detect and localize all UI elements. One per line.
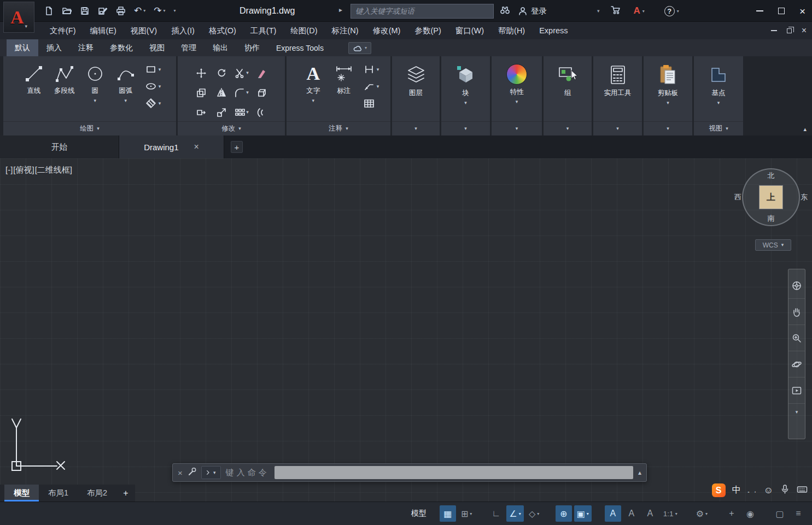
ribbon-tab-collaborate[interactable]: 协作: [236, 39, 268, 56]
panel-draw-expander[interactable]: 绘图 ▾: [3, 121, 176, 135]
tab-layout1[interactable]: 布局1: [39, 485, 78, 502]
menu-tools[interactable]: 工具(T): [243, 22, 284, 39]
menu-express[interactable]: Express: [532, 22, 575, 39]
menu-edit[interactable]: 编辑(E): [83, 22, 124, 39]
viewcube-top-face[interactable]: 上: [759, 185, 783, 209]
redo-dropdown-icon[interactable]: ▾: [163, 8, 166, 13]
ribbon-tab-home[interactable]: 默认: [7, 39, 38, 56]
text-tool[interactable]: A 文字 ▾: [298, 60, 329, 121]
ellipse-dropdown-icon[interactable]: ▾: [159, 84, 161, 89]
isodraft-dropdown-icon[interactable]: ▾: [537, 511, 539, 516]
fillet-tool[interactable]: ▾: [232, 84, 251, 102]
undo-button[interactable]: ↶ ▾: [134, 6, 145, 15]
ribbon-tab-express-tools[interactable]: Express Tools: [268, 39, 332, 56]
snap-dropdown-icon[interactable]: ▾: [470, 511, 472, 516]
pan-button[interactable]: [788, 299, 805, 325]
ime-keyboard-button[interactable]: [797, 484, 808, 497]
rectangle-tool[interactable]: ▾: [145, 64, 161, 75]
base-point-tool[interactable]: 基点 ▾: [703, 60, 734, 121]
isolate-objects-button[interactable]: ◉: [742, 505, 758, 522]
panel-annotate-expander[interactable]: 注释 ▾: [287, 121, 390, 135]
clean-screen-button[interactable]: ▢: [772, 505, 788, 522]
menu-window[interactable]: 窗口(W): [448, 22, 491, 39]
maximize-button[interactable]: [778, 8, 785, 14]
ribbon-tab-annotate[interactable]: 注释: [70, 39, 102, 56]
doc-minimize-button[interactable]: [771, 30, 777, 31]
emoji-button[interactable]: ☺: [764, 485, 773, 496]
panel-groups-expander[interactable]: ▾: [544, 121, 592, 135]
drawing-area[interactable]: [-] [俯视] [二维线框] 北 南 西 东 上 WCS ▾: [0, 158, 812, 502]
command-prompt-button[interactable]: ▾: [201, 466, 221, 479]
menu-file[interactable]: 文件(F): [43, 22, 83, 39]
sign-in-button[interactable]: 登录: [518, 6, 547, 16]
menu-view[interactable]: 视图(V): [124, 22, 164, 39]
viewport-visual-style-control[interactable]: [二维线框]: [35, 165, 72, 175]
rectangle-dropdown-icon[interactable]: ▾: [159, 67, 161, 72]
table-tool[interactable]: [364, 98, 379, 109]
workspace-dropdown-icon[interactable]: ▾: [705, 511, 708, 516]
isodraft-toggle[interactable]: ◇ ▾: [526, 505, 542, 522]
signin-dropdown-icon[interactable]: ▾: [597, 8, 600, 14]
panel-properties-expander[interactable]: ▾: [492, 121, 542, 135]
panel-modify-expander[interactable]: 修改 ▾: [178, 121, 285, 135]
leader-dropdown-icon[interactable]: ▾: [377, 84, 379, 89]
tab-start[interactable]: 开始: [0, 135, 119, 158]
tab-layout2[interactable]: 布局2: [78, 485, 116, 502]
linear-dimension-tool[interactable]: ▾: [364, 64, 379, 75]
application-menu-button[interactable]: A ▾: [3, 2, 34, 33]
ribbon-tab-manage[interactable]: 管理: [173, 39, 205, 56]
array-dropdown-icon[interactable]: ▾: [246, 110, 249, 115]
doc-close-button[interactable]: ×: [802, 26, 807, 35]
command-line[interactable]: × ▾ 键入命令 ▴: [172, 463, 647, 482]
qat-customize-button[interactable]: ▾: [174, 8, 176, 13]
grid-toggle[interactable]: ▦: [440, 505, 456, 522]
menu-help[interactable]: 帮助(H): [491, 22, 532, 39]
snap-toggle[interactable]: ⊞ ▾: [458, 505, 475, 522]
ribbon-tab-view[interactable]: 视图: [141, 39, 173, 56]
ime-punctuation-toggle[interactable]: 。，: [747, 487, 757, 494]
doc-restore-button[interactable]: [787, 28, 792, 33]
linear-dimension-dropdown-icon[interactable]: ▾: [377, 67, 379, 72]
tab-close-icon[interactable]: ×: [194, 142, 199, 152]
connected-cloud-button[interactable]: ▾: [348, 42, 371, 54]
ortho-toggle[interactable]: ∟: [488, 505, 504, 522]
circle-tool[interactable]: 圆 ▾: [80, 60, 110, 121]
dimension-tool[interactable]: 标注: [329, 60, 359, 121]
minimize-button[interactable]: [756, 10, 763, 11]
command-history-toggle[interactable]: ▴: [638, 469, 641, 476]
move-tool[interactable]: [192, 64, 211, 82]
circle-dropdown-icon[interactable]: ▾: [94, 98, 96, 103]
fillet-dropdown-icon[interactable]: ▾: [246, 90, 249, 95]
arc-dropdown-icon[interactable]: ▾: [124, 98, 127, 103]
panel-layers-expander[interactable]: ▾: [392, 121, 440, 135]
workspace-switching-button[interactable]: ⚙ ▾: [693, 505, 710, 522]
menu-parametric[interactable]: 参数(P): [407, 22, 448, 39]
object-snap-tracking-toggle[interactable]: ⊕: [556, 505, 572, 522]
tab-model[interactable]: 模型: [4, 485, 39, 502]
layer-properties-tool[interactable]: 图层: [401, 60, 431, 121]
properties-tool[interactable]: 特性 ▾: [501, 60, 532, 121]
redo-button[interactable]: ↷ ▾: [154, 6, 165, 15]
annotation-scale-button[interactable]: 1:1 ▾: [661, 505, 680, 522]
menu-modify[interactable]: 修改(M): [366, 22, 408, 39]
block-dropdown-icon[interactable]: ▾: [464, 101, 467, 105]
hatch-dropdown-icon[interactable]: ▾: [159, 101, 161, 106]
trim-dropdown-icon[interactable]: ▾: [246, 70, 249, 75]
tab-drawing1[interactable]: Drawing1 ×: [119, 135, 224, 158]
command-close-icon[interactable]: ×: [178, 468, 183, 477]
panel-block-expander[interactable]: ▾: [441, 121, 490, 135]
zoom-button[interactable]: [788, 325, 805, 351]
annotation-autoscale-toggle[interactable]: A: [623, 505, 640, 522]
panel-view-expander[interactable]: 视图 ▾: [694, 121, 743, 135]
polyline-tool[interactable]: 多段线: [49, 60, 80, 121]
panel-utilities-expander[interactable]: ▾: [593, 121, 642, 135]
ribbon-tab-insert[interactable]: 插入: [38, 39, 70, 56]
object-snap-toggle[interactable]: ▣ ▾: [574, 505, 592, 522]
group-tool[interactable]: 组: [552, 60, 583, 121]
save-button[interactable]: [80, 6, 90, 16]
erase-tool[interactable]: [253, 64, 271, 82]
wcs-dropdown[interactable]: WCS ▾: [755, 239, 791, 251]
store-cart-button[interactable]: [611, 5, 621, 17]
stretch-tool[interactable]: [192, 103, 211, 121]
measure-tool[interactable]: 实用工具: [598, 60, 638, 121]
